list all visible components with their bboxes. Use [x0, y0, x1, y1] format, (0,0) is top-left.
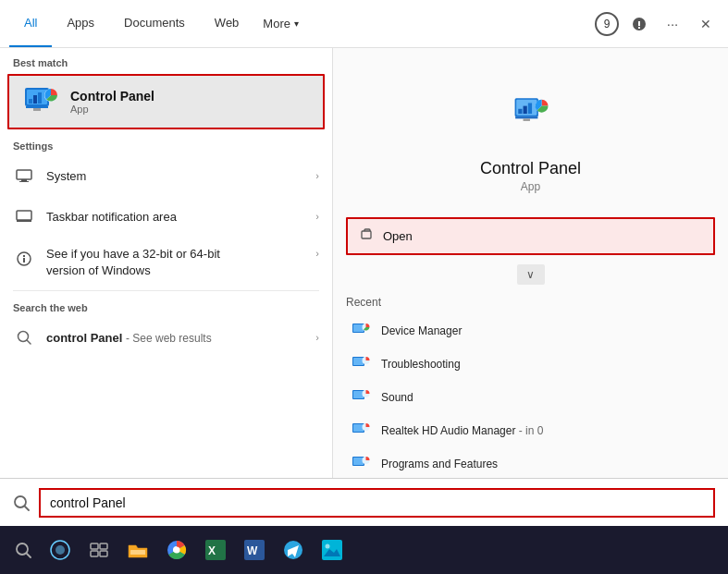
control-panel-icon: [22, 83, 59, 120]
svg-rect-34: [353, 391, 364, 398]
more-options-icon[interactable]: ···: [660, 11, 685, 37]
top-nav: All Apps Documents Web More ▾ 9 ··· ✕: [0, 0, 728, 48]
recent-item-4[interactable]: Programs and Features: [346, 447, 715, 478]
settings-bitness[interactable]: See if you have a 32-bit or 64-bitversio…: [0, 237, 332, 288]
svg-rect-52: [100, 543, 107, 549]
web-search-icon: [13, 326, 35, 348]
taskbar-taskview-icon[interactable]: [81, 532, 117, 568]
recent-item-label-4: Programs and Features: [381, 458, 498, 470]
chevron-right-icon-2: ›: [315, 211, 319, 222]
svg-text:X: X: [208, 544, 216, 557]
recent-item-label-2: Sound: [381, 391, 413, 404]
app-icon-large: [494, 76, 568, 150]
settings-taskbar[interactable]: Taskbar notification area ›: [0, 196, 332, 237]
taskbar-excel-icon[interactable]: X: [198, 532, 233, 568]
tab-all[interactable]: All: [9, 0, 52, 47]
svg-rect-8: [17, 170, 31, 179]
svg-rect-21: [523, 106, 526, 114]
svg-rect-3: [33, 95, 37, 104]
chevron-down-icon: ▾: [294, 18, 299, 29]
recent-label: Recent: [346, 296, 715, 309]
taskbar-search-icon[interactable]: [7, 534, 39, 566]
recent-item-1[interactable]: Troubleshooting: [346, 348, 715, 381]
svg-rect-54: [100, 551, 107, 556]
svg-line-46: [25, 507, 29, 510]
notification-badge[interactable]: 9: [595, 12, 619, 36]
svg-point-66: [326, 544, 330, 549]
left-panel: Best match: [0, 48, 333, 478]
svg-line-48: [27, 554, 31, 557]
svg-rect-28: [353, 324, 364, 332]
svg-rect-22: [527, 103, 531, 114]
svg-rect-9: [21, 179, 27, 181]
settings-label: Settings: [0, 131, 332, 155]
best-match-item[interactable]: Control Panel App: [7, 74, 325, 129]
taskbar-photos-icon[interactable]: [315, 532, 350, 568]
taskbar-telegram-icon[interactable]: [276, 532, 311, 568]
app-subtitle: App: [521, 180, 540, 193]
settings-system[interactable]: System ›: [0, 155, 332, 196]
info-icon: [13, 248, 35, 270]
recent-item-label-3: Realtek HD Audio Manager - in 0: [381, 424, 543, 437]
svg-rect-37: [353, 424, 364, 432]
recent-item-label-1: Troubleshooting: [381, 358, 461, 371]
taskbar-chrome-icon[interactable]: [159, 532, 194, 568]
recent-item-0[interactable]: Device Manager: [346, 314, 715, 348]
recent-item-label-0: Device Manager: [381, 324, 462, 337]
recent-cp-icon-1: [350, 353, 372, 375]
recent-cp-icon-4: [350, 453, 372, 475]
tab-more[interactable]: More ▾: [253, 0, 308, 47]
expand-button[interactable]: ∨: [517, 264, 545, 285]
svg-point-50: [56, 545, 65, 555]
divider-1: [13, 290, 319, 291]
open-action-row: Open: [333, 212, 728, 261]
svg-rect-51: [91, 543, 98, 549]
expand-row: ∨: [333, 261, 728, 288]
svg-rect-31: [353, 358, 364, 365]
taskbar-word-icon[interactable]: W: [237, 532, 272, 568]
taskbar-explorer-icon[interactable]: [120, 532, 155, 568]
svg-rect-53: [91, 551, 98, 556]
taskbar: X W: [0, 526, 728, 574]
search-web-item[interactable]: control Panel - See web results ›: [0, 317, 332, 358]
recent-cp-icon-2: [350, 386, 372, 409]
recent-item-3[interactable]: Realtek HD Audio Manager - in 0: [346, 414, 715, 447]
taskbar-item-text: Taskbar notification area: [46, 210, 315, 224]
right-panel: Control Panel App Open ∨ Recent: [333, 48, 728, 478]
recent-cp-icon-0: [350, 320, 372, 342]
taskbar-cortana-icon[interactable]: [43, 532, 78, 568]
svg-rect-11: [17, 211, 31, 220]
tab-documents[interactable]: Documents: [109, 0, 200, 47]
bitness-item-text: See if you have a 32-bit or 64-bitversio…: [46, 246, 315, 279]
chevron-right-icon-3: ›: [315, 248, 319, 259]
open-button[interactable]: Open: [346, 217, 715, 255]
search-web-label: Search the web: [0, 293, 332, 317]
svg-rect-12: [17, 220, 31, 222]
svg-line-17: [27, 340, 31, 344]
chevron-right-icon: ›: [315, 170, 319, 181]
recent-item-2[interactable]: Sound: [346, 381, 715, 414]
feedback-icon[interactable]: [626, 11, 652, 37]
search-input[interactable]: [39, 488, 715, 518]
svg-rect-24: [523, 118, 529, 121]
search-bar-icon: [13, 495, 30, 511]
best-match-text: Control Panel App: [70, 89, 154, 115]
svg-rect-5: [26, 106, 48, 108]
app-title: Control Panel: [480, 159, 581, 178]
svg-text:W: W: [247, 544, 258, 557]
monitor-icon: [13, 165, 35, 187]
svg-rect-64: [322, 540, 342, 560]
best-match-label: Best match: [0, 48, 332, 72]
search-bar: [0, 478, 728, 526]
svg-rect-14: [23, 258, 25, 263]
chevron-down-icon-expand: ∨: [526, 268, 535, 281]
svg-rect-20: [518, 109, 522, 114]
chevron-right-icon-4: ›: [315, 332, 319, 343]
svg-point-58: [174, 547, 180, 554]
open-icon: [361, 228, 374, 244]
tab-apps[interactable]: Apps: [52, 0, 109, 47]
web-search-text: control Panel - See web results: [46, 331, 212, 345]
svg-rect-26: [362, 231, 371, 238]
tab-web[interactable]: Web: [200, 0, 254, 47]
close-button[interactable]: ✕: [693, 17, 719, 31]
